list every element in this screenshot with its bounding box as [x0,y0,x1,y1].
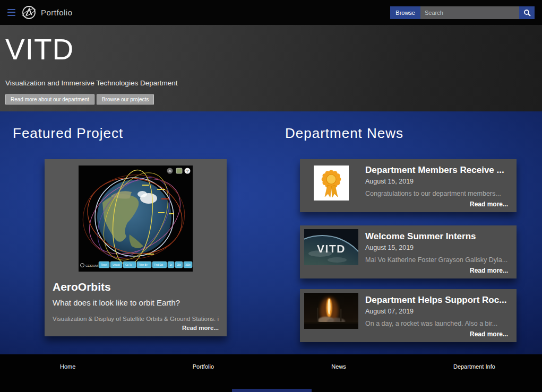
news-description: Congratulations to our department member… [365,190,508,197]
featured-project-title: AeroOrbits [53,281,219,293]
featured-project-tagline: What does it look like to orbit Earth? [53,298,219,307]
featured-read-more-link[interactable]: Read more... [53,325,219,331]
news-description: Mai Vo Katherine Foster Grayson Galisky … [365,256,508,264]
viewer-help-icon: ? [185,168,191,174]
svg-text:Go To ~: Go To ~ [125,264,134,266]
hero-subtitle: Visualization and Immersive Technologies… [5,79,177,87]
featured-project-card[interactable]: ? CESIUM Reset Unlock Go To ~ Filter By … [45,159,227,336]
svg-text:Find Sat ~: Find Sat ~ [154,264,165,266]
search-input[interactable] [420,6,519,19]
news-card-body: Department Members Receive ... August 15… [358,159,508,212]
bottom-blue-bar [232,389,312,392]
news-read-more-link[interactable]: Read more... [470,201,508,208]
svg-text:1x: 1x [170,264,173,266]
svg-text:CESIUM: CESIUM [85,264,98,267]
svg-text:Filter By ~: Filter By ~ [139,264,150,266]
news-card-body: Department Helps Support Roc... August 0… [358,289,508,342]
footer-link-department-info[interactable]: Department Info [407,363,542,370]
featured-project-heading: Featured Project [13,125,123,142]
viewer-home-icon [167,168,173,174]
hero-title: VITD [5,32,74,66]
rocket-launch-image [304,293,358,329]
aeroorbits-preview-image[interactable]: ? CESIUM Reset Unlock Go To ~ Filter By … [79,165,193,272]
footer-links: Home Portfolio News Department Info [0,354,542,370]
footer-link-portfolio[interactable]: Portfolio [135,363,271,370]
news-card-rocket[interactable]: Department Helps Support Roc... August 0… [300,289,517,342]
news-title: Department Helps Support Roc... [365,295,508,306]
earth-vitd-logo-image: VITD [304,229,358,265]
svg-text:Reset: Reset [101,264,108,266]
hamburger-menu-icon[interactable] [7,9,15,16]
news-card-body: Welcome Summer Interns August 15, 2019 M… [358,225,508,278]
viewer-imagery-icon [176,168,182,173]
news-date: August 07, 2019 [365,308,508,315]
news-description: On a day, a rocket was launched. Also a … [365,320,508,327]
search-icon [523,9,531,16]
footer-link-news[interactable]: News [271,363,407,370]
news-date: August 15, 2019 [365,244,508,251]
featured-project-body: AeroOrbits What does it look like to orb… [45,281,227,331]
svg-text:?: ? [186,169,189,173]
news-image-wrap [304,159,358,212]
news-title: Welcome Summer Interns [365,231,508,242]
browse-button[interactable]: Browse [390,6,420,19]
news-date: August 15, 2019 [365,178,508,185]
hero-buttons: Read more about our department Browse ou… [5,94,154,104]
svg-text:30x: 30x [177,264,181,266]
news-read-more-link[interactable]: Read more... [470,330,508,338]
news-read-more-link[interactable]: Read more... [470,267,508,274]
news-image-wrap: VITD [304,225,358,278]
top-navbar: Portfolio Browse [0,0,542,25]
hero-banner: VITD Visualization and Immersive Technol… [0,25,542,111]
news-title: Department Members Receive ... [365,165,508,176]
search-button[interactable] [519,6,535,19]
footer: Home Portfolio News Department Info [0,354,542,392]
read-about-department-button[interactable]: Read more about our department [5,94,94,104]
svg-text:Unlock: Unlock [113,264,121,266]
department-news-heading: Department News [285,125,403,142]
portfolio-page: Portfolio Browse VITD Visualization and … [0,0,542,392]
aerospace-logo-icon[interactable] [22,5,36,20]
main-content: Featured Project [0,111,542,354]
news-image-wrap [304,289,358,342]
featured-project-description: Visualization & Display of Satellite Orb… [53,316,219,322]
news-card-interns[interactable]: VITD Welcome Summer Interns August 15, 2… [300,225,517,278]
award-ribbon-image [314,165,349,201]
brand-title: Portfolio [41,8,73,17]
svg-text:300x: 300x [185,264,191,266]
news-card-award[interactable]: Department Members Receive ... August 15… [300,159,517,212]
svg-text:VITD: VITD [317,242,346,255]
browse-projects-button[interactable]: Browse our projects [97,94,154,104]
footer-link-home[interactable]: Home [0,363,135,370]
